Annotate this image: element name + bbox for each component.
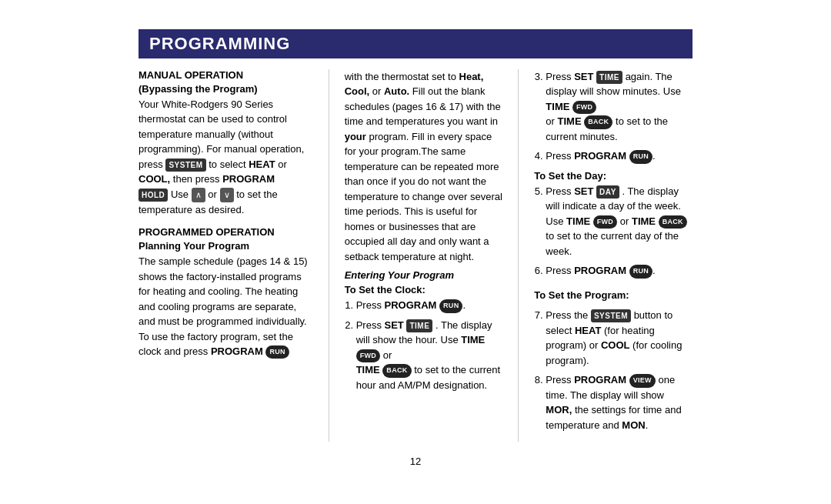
step-6: Press PROGRAM RUN. [546,263,692,279]
day-steps: Press SET DAY . The display will indicat… [534,184,692,279]
view-badge-step8: VIEW [629,374,656,388]
manual-operation-title: MANUAL OPERATION [138,69,313,81]
run-badge-step4: RUN [629,150,652,164]
set-program-title: To Set the Program: [534,288,692,303]
step-2: Press SET TIME . The display will show t… [356,318,503,393]
manual-operation-section: MANUAL OPERATION (Bypassing the Program)… [138,69,313,217]
page-number: 12 [138,456,692,467]
system-badge-step7: SYSTEM [591,309,631,322]
step-3: Press SET TIME again. The display will s… [546,69,692,145]
run-badge-col1: RUN [265,345,289,359]
run-badge-step6: RUN [629,265,652,279]
step-5: Press SET DAY . The display will indicat… [546,184,692,259]
column-1: MANUAL OPERATION (Bypassing the Program)… [138,69,313,442]
fwd-badge-step2: FWD [356,349,380,363]
down-arrow: ∨ [220,188,234,202]
entering-program-section: Entering Your Program To Set the Clock: … [345,269,503,392]
fwd-badge-step5: FWD [593,215,617,229]
run-badge-step1: RUN [439,299,462,313]
column-3: Press SET TIME again. The display will s… [518,69,692,442]
step-8: Press PROGRAM VIEW one time. The display… [546,372,692,432]
back-badge-step5: BACK [659,215,687,229]
step-4: Press PROGRAM RUN. [546,149,692,164]
set-program-section: To Set the Program: Press the SYSTEM but… [534,288,692,433]
clock-steps: Press PROGRAM RUN. Press SET TIME . The … [345,298,503,392]
page-title: PROGRAMMING [149,34,682,54]
back-badge-step3: BACK [584,115,612,129]
col2-intro: with the thermostat set to Heat, Cool, o… [345,69,503,265]
step-1: Press PROGRAM RUN. [356,298,503,313]
time-badge-step3: TIME [596,71,622,84]
hold-badge: HOLD [138,189,168,202]
content-grid: MANUAL OPERATION (Bypassing the Program)… [138,69,692,442]
manual-operation-body: Your White-Rodgers 90 Series thermostat … [138,97,313,217]
fwd-badge-step3: FWD [572,101,596,115]
col3-steps: Press SET TIME again. The display will s… [534,69,692,164]
up-arrow: ∧ [192,188,205,202]
time-badge-step2: TIME [406,319,432,332]
planning-subtitle: Planning Your Program [138,240,313,252]
page-header: PROGRAMMING [138,29,692,58]
system-badge: SYSTEM [165,159,205,172]
set-clock-subtitle: To Set the Clock: [345,284,503,295]
page: PROGRAMMING MANUAL OPERATION (Bypassing … [115,14,716,491]
column-2: with the thermostat set to Heat, Cool, o… [329,69,503,442]
set-day-title: To Set the Day: [534,170,692,182]
back-badge-step2: BACK [382,364,411,378]
step-7: Press the SYSTEM button to select HEAT (… [546,308,692,368]
programmed-operation-title: PROGRAMMED OPERATION [138,226,313,238]
bypassing-subtitle: (Bypassing the Program) [138,83,313,95]
program-steps: Press the SYSTEM button to select HEAT (… [534,308,692,432]
day-badge-step5: DAY [596,185,619,199]
programmed-operation-section: PROGRAMMED OPERATION Planning Your Progr… [138,226,313,359]
entering-program-title: Entering Your Program [345,269,503,281]
set-day-section: To Set the Day: Press SET DAY . The disp… [534,170,692,279]
programmed-operation-body: The sample schedule (pages 14 & 15) show… [138,254,313,359]
